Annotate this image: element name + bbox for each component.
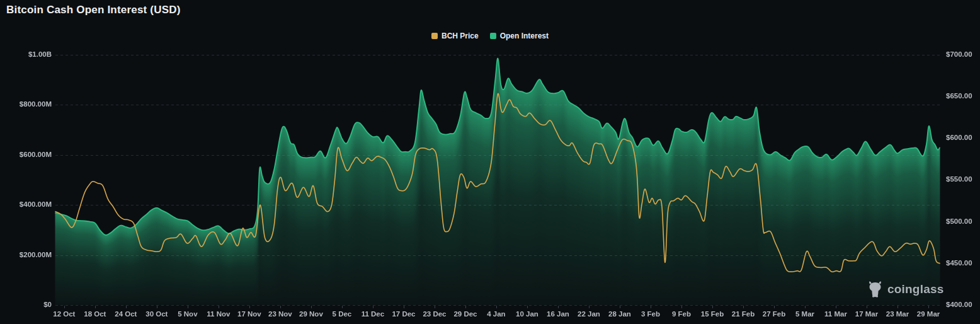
- x-axis-tick-mark: [496, 306, 497, 308]
- y-axis-right-tick-label: $500.00: [946, 217, 980, 225]
- x-axis-tick-mark: [743, 306, 744, 308]
- x-axis-tick-mark: [157, 306, 157, 308]
- x-axis-tick-mark: [897, 306, 898, 308]
- x-axis-tick-mark: [280, 306, 281, 308]
- x-axis-tick-mark: [126, 306, 127, 308]
- x-axis-tick-mark: [836, 306, 836, 308]
- coinglass-watermark: coinglass: [867, 281, 943, 298]
- y-axis-right-tick-label: $550.00: [946, 175, 980, 183]
- x-axis-tick-mark: [249, 306, 250, 308]
- y-axis-right-tick-label: $700.00: [946, 50, 980, 58]
- y-axis-right-tick-label: $650.00: [946, 92, 980, 100]
- x-axis-tick-mark: [651, 306, 651, 308]
- x-axis-tick-mark: [805, 306, 806, 308]
- y-axis-left-tick-label: $800.00M: [0, 100, 52, 108]
- y-axis-left-tick-label: $0: [0, 301, 52, 308]
- x-axis-tick-mark: [774, 306, 775, 308]
- x-axis-tick-mark: [219, 306, 219, 308]
- y-axis-right-tick-label: $450.00: [946, 259, 980, 267]
- y-axis-left-tick-label: $200.00M: [0, 251, 52, 258]
- x-axis-tick-mark: [64, 306, 65, 308]
- chart-canvas[interactable]: [0, 0, 980, 324]
- y-axis-left-tick-label: $400.00M: [0, 200, 52, 208]
- x-axis-tick-mark: [681, 306, 682, 308]
- x-axis-tick-mark: [404, 306, 404, 308]
- x-axis-tick-mark: [435, 306, 435, 308]
- open-interest-chart-panel: Bitcoin Cash Open Interest (USD) BCH Pri…: [0, 0, 980, 324]
- x-axis-tick-mark: [527, 306, 528, 308]
- x-axis-tick-mark: [188, 306, 188, 308]
- x-axis-tick-mark: [311, 306, 312, 308]
- x-axis-tick-mark: [342, 306, 343, 308]
- y-axis-right-tick-label: $600.00: [946, 134, 980, 141]
- x-axis-tick-mark: [589, 306, 590, 308]
- x-axis-tick-label: 29 Mar: [908, 310, 949, 318]
- x-axis-tick-mark: [712, 306, 713, 308]
- y-axis-left-tick-label: $1.00B: [0, 50, 52, 58]
- x-axis-tick-mark: [558, 306, 559, 308]
- coinglass-bull-icon: [867, 281, 883, 298]
- y-axis-right-tick-label: $400.00: [946, 301, 980, 308]
- y-axis-left-tick-label: $600.00M: [0, 151, 52, 158]
- x-axis-tick-mark: [465, 306, 466, 308]
- watermark-label: coinglass: [887, 282, 943, 296]
- x-axis-tick-mark: [373, 306, 373, 308]
- x-axis-tick-mark: [620, 306, 620, 308]
- x-axis-tick-mark: [95, 306, 96, 308]
- x-axis-tick-mark: [867, 306, 867, 308]
- x-axis-tick-mark: [928, 306, 929, 308]
